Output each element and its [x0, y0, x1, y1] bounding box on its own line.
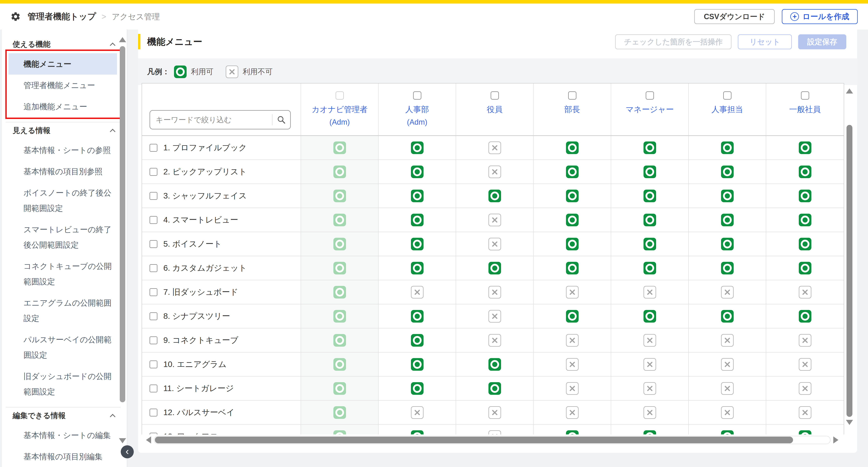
row-select-checkbox[interactable] — [150, 336, 157, 344]
permission-cell[interactable] — [611, 160, 689, 184]
permission-cell[interactable] — [766, 425, 844, 434]
permission-cell[interactable] — [689, 329, 766, 352]
permission-cell[interactable] — [456, 232, 534, 256]
permission-cell[interactable] — [611, 280, 689, 305]
permission-cell[interactable] — [456, 160, 534, 184]
horizontal-scroll-track[interactable] — [154, 436, 831, 444]
permission-cell[interactable] — [456, 329, 534, 352]
row-select-checkbox[interactable] — [150, 288, 157, 296]
permission-cell[interactable] — [378, 208, 456, 232]
csv-download-button[interactable]: CSVダウンロード — [694, 9, 775, 24]
permission-cell[interactable] — [534, 208, 611, 232]
sidebar-item[interactable]: 基本情報・シートの参照 — [8, 139, 117, 161]
sidebar-scroll-down-icon[interactable] — [119, 438, 126, 443]
column-select-checkbox[interactable] — [568, 91, 577, 100]
permission-cell[interactable] — [456, 136, 534, 160]
permission-cell[interactable] — [611, 329, 689, 352]
permission-cell[interactable] — [689, 425, 766, 434]
permission-cell[interactable] — [689, 208, 766, 232]
permission-cell[interactable] — [766, 305, 844, 329]
permission-cell[interactable] — [611, 401, 689, 425]
row-select-checkbox[interactable] — [150, 168, 157, 176]
reset-button[interactable]: リセット — [738, 34, 792, 49]
column-name[interactable]: 役員 — [487, 104, 503, 115]
permission-cell[interactable] — [766, 256, 844, 280]
permission-cell[interactable] — [456, 280, 534, 305]
row-select-checkbox[interactable] — [150, 144, 157, 152]
scroll-up-icon[interactable] — [846, 88, 853, 94]
permission-cell[interactable] — [611, 305, 689, 329]
search-icon[interactable] — [277, 115, 286, 124]
row-select-checkbox[interactable] — [150, 192, 157, 200]
search-input[interactable] — [150, 116, 272, 124]
permission-cell[interactable] — [378, 425, 456, 434]
sidebar-item[interactable]: 追加機能メニュー — [8, 96, 117, 117]
permission-cell[interactable] — [534, 136, 611, 160]
save-settings-button[interactable]: 設定保存 — [798, 34, 846, 49]
row-select-checkbox[interactable] — [150, 312, 157, 320]
sidebar-item[interactable]: 旧ダッシュボードの公開範囲設定 — [8, 366, 117, 402]
permission-cell[interactable] — [534, 377, 611, 401]
permission-cell[interactable] — [378, 377, 456, 401]
row-select-checkbox[interactable] — [150, 384, 157, 393]
scroll-down-icon[interactable] — [846, 420, 853, 425]
sidebar-item[interactable]: ボイスノートの終了後公開範囲設定 — [8, 182, 117, 219]
sidebar-collapse-button[interactable]: ‹ — [121, 445, 134, 458]
column-name[interactable]: 部長 — [564, 104, 580, 115]
permission-cell[interactable] — [378, 136, 456, 160]
permission-cell[interactable] — [689, 401, 766, 425]
column-name[interactable]: マネージャー — [626, 104, 674, 115]
section-collapse-icon[interactable] — [110, 129, 115, 134]
permission-cell[interactable] — [456, 256, 534, 280]
permission-cell[interactable] — [456, 184, 534, 208]
permission-cell[interactable] — [378, 352, 456, 377]
section-collapse-icon[interactable] — [110, 414, 115, 419]
permission-cell[interactable] — [689, 352, 766, 377]
permission-cell[interactable] — [766, 329, 844, 352]
permission-cell[interactable] — [689, 184, 766, 208]
permission-cell[interactable] — [689, 160, 766, 184]
row-select-checkbox[interactable] — [150, 264, 157, 272]
row-select-checkbox[interactable] — [150, 361, 157, 368]
permission-cell[interactable] — [534, 329, 611, 352]
permission-cell[interactable] — [378, 401, 456, 425]
permission-cell[interactable] — [689, 377, 766, 401]
permission-cell[interactable] — [611, 352, 689, 377]
permission-cell[interactable] — [766, 136, 844, 160]
row-select-checkbox[interactable] — [150, 216, 157, 224]
permission-cell[interactable] — [766, 208, 844, 232]
section-collapse-icon[interactable] — [110, 42, 115, 48]
sidebar-item[interactable]: 基本情報の項目別参照 — [8, 161, 117, 182]
permission-cell[interactable] — [689, 256, 766, 280]
permission-cell[interactable] — [766, 232, 844, 256]
permission-cell[interactable] — [378, 232, 456, 256]
permission-cell[interactable] — [456, 377, 534, 401]
permission-cell[interactable] — [534, 184, 611, 208]
scroll-left-icon[interactable] — [146, 436, 151, 443]
permission-cell[interactable] — [689, 136, 766, 160]
sidebar-item[interactable]: パルスサーベイの公開範囲設定 — [8, 329, 117, 366]
permission-cell[interactable] — [611, 184, 689, 208]
permission-cell[interactable] — [456, 401, 534, 425]
permission-cell[interactable] — [534, 401, 611, 425]
bulk-action-button[interactable]: チェックした箇所を一括操作 — [615, 34, 732, 49]
permission-cell[interactable] — [378, 280, 456, 305]
sidebar-item[interactable]: 基本情報の項目別編集 — [8, 446, 117, 467]
permission-cell[interactable] — [766, 160, 844, 184]
column-name[interactable]: 人事担当 — [712, 104, 743, 115]
sidebar-item[interactable]: 基本情報・シートの編集 — [8, 425, 117, 446]
permission-cell[interactable] — [534, 352, 611, 377]
permission-cell[interactable] — [689, 305, 766, 329]
row-select-checkbox[interactable] — [150, 240, 157, 248]
permission-cell[interactable] — [534, 280, 611, 305]
column-name[interactable]: カオナビ管理者 — [312, 104, 368, 115]
permission-cell[interactable] — [378, 329, 456, 352]
permission-cell[interactable] — [766, 401, 844, 425]
permission-cell[interactable] — [456, 352, 534, 377]
permission-cell[interactable] — [456, 305, 534, 329]
sidebar-item[interactable]: 管理者機能メニュー — [8, 74, 117, 96]
column-select-checkbox[interactable] — [491, 91, 499, 100]
sidebar-item[interactable]: 機能メニュー — [8, 53, 117, 74]
permission-cell[interactable] — [534, 256, 611, 280]
column-select-checkbox[interactable] — [723, 91, 732, 100]
